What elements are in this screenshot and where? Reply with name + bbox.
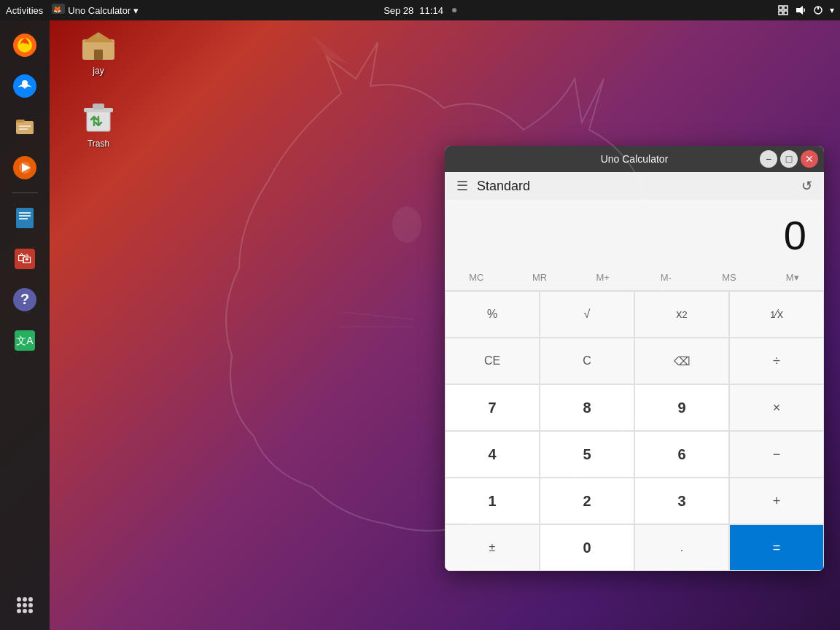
ms-button[interactable]: MS: [698, 265, 761, 290]
taskbar-help[interactable]: ?: [7, 282, 42, 317]
calculator-display: 0: [445, 200, 824, 265]
time-display: 11:14: [419, 5, 443, 16]
clear-button[interactable]: C: [540, 338, 634, 384]
power-icon[interactable]: [812, 4, 824, 16]
close-button[interactable]: ✕: [801, 150, 818, 168]
calculator-header: ☰ Standard ↺: [445, 172, 824, 200]
svg-point-36: [17, 609, 21, 613]
svg-text:🛍: 🛍: [18, 250, 32, 266]
window-controls: − □ ✕: [760, 150, 818, 168]
equals-button[interactable]: =: [729, 524, 824, 571]
svg-rect-5: [784, 11, 788, 15]
svg-rect-23: [19, 218, 28, 219]
home-icon-label: jay: [93, 66, 104, 76]
eight-button[interactable]: 8: [540, 384, 634, 431]
taskbar-bottom: [7, 586, 42, 630]
taskbar-separator-1: [12, 192, 38, 193]
svg-point-35: [28, 603, 33, 607]
svg-rect-14: [16, 120, 25, 122]
svg-point-37: [23, 609, 27, 613]
activities-button[interactable]: Activities: [6, 5, 43, 16]
desktop-icon-trash[interactable]: Trash: [69, 101, 128, 149]
system-menu-arrow[interactable]: ▾: [830, 5, 834, 15]
taskbar-files[interactable]: [7, 109, 42, 144]
decimal-button[interactable]: .: [634, 524, 729, 571]
svg-point-32: [28, 597, 33, 602]
reciprocal-button[interactable]: 1⁄x: [729, 291, 824, 338]
mc-button[interactable]: MC: [445, 265, 508, 290]
mminus-button[interactable]: M-: [634, 265, 698, 290]
svg-point-46: [392, 206, 421, 243]
topbar-center: Sep 28 11:14: [384, 5, 456, 16]
svg-rect-45: [93, 104, 104, 109]
topbar-right: ▾: [777, 4, 834, 16]
nine-button[interactable]: 9: [634, 384, 729, 431]
taskbar-writer[interactable]: [7, 201, 42, 236]
minus-button[interactable]: −: [729, 431, 824, 478]
network-icon[interactable]: [777, 4, 789, 16]
three-button[interactable]: 3: [634, 478, 729, 524]
app-menu[interactable]: 🦊 Uno Calculator ▾: [52, 4, 139, 17]
svg-rect-15: [19, 125, 31, 127]
ce-button[interactable]: CE: [445, 338, 540, 384]
taskbar-rhythmbox[interactable]: [7, 150, 42, 185]
svg-point-38: [28, 609, 33, 613]
app-dropdown-icon[interactable]: ▾: [133, 5, 139, 16]
taskbar-translation[interactable]: 文A: [7, 323, 42, 358]
svg-point-30: [17, 597, 21, 602]
svg-text:文A: 文A: [16, 335, 34, 346]
taskbar-thunderbird[interactable]: [7, 69, 42, 104]
menu-button[interactable]: ☰: [456, 178, 468, 194]
svg-rect-21: [19, 212, 31, 214]
six-button[interactable]: 6: [634, 431, 729, 478]
svg-text:?: ?: [20, 291, 29, 307]
two-button[interactable]: 2: [540, 478, 634, 524]
svg-rect-2: [779, 6, 782, 9]
svg-text:🦊: 🦊: [53, 5, 62, 14]
four-button[interactable]: 4: [445, 431, 540, 478]
desktop-icon-home[interactable]: jay: [69, 28, 128, 76]
calculator-titlebar: Uno Calculator − □ ✕: [445, 146, 824, 172]
taskbar-app-grid[interactable]: [7, 588, 42, 623]
plusminus-button[interactable]: ±: [445, 524, 540, 571]
minimize-button[interactable]: −: [760, 150, 777, 168]
memory-row: MC MR M+ M- MS M▾: [445, 265, 824, 291]
svg-rect-13: [16, 121, 34, 134]
mplus-button[interactable]: M+: [571, 265, 634, 290]
one-button[interactable]: 1: [445, 478, 540, 524]
svg-rect-16: [19, 128, 28, 130]
svg-marker-6: [796, 6, 803, 15]
home-folder-icon: [81, 28, 116, 63]
svg-point-31: [23, 597, 27, 602]
seven-button[interactable]: 7: [445, 384, 540, 431]
history-button[interactable]: ↺: [801, 178, 812, 194]
multiply-button[interactable]: ×: [729, 384, 824, 431]
svg-marker-42: [97, 34, 100, 38]
sqrt-button[interactable]: √: [540, 291, 634, 338]
zero-button[interactable]: 0: [540, 524, 634, 571]
square-button[interactable]: x2: [634, 291, 729, 338]
taskbar-app-center[interactable]: 🛍: [7, 241, 42, 276]
taskbar: 🛍 ? 文A: [0, 20, 50, 630]
trash-icon: [81, 101, 116, 136]
mr-button[interactable]: MR: [508, 265, 572, 290]
svg-point-12: [22, 80, 28, 86]
display-value: 0: [784, 211, 806, 259]
svg-rect-3: [784, 6, 788, 9]
percent-button[interactable]: %: [445, 291, 540, 338]
mdown-button[interactable]: M▾: [761, 265, 824, 290]
volume-icon[interactable]: [795, 4, 806, 16]
firefox-small-icon: 🦊: [52, 4, 65, 17]
plus-button[interactable]: +: [729, 478, 824, 524]
backspace-button[interactable]: ⌫: [634, 338, 729, 384]
trash-icon-label: Trash: [88, 139, 109, 149]
calculator-grid: % √ x2 1⁄x CE C ⌫ ÷ 7 8 9 × 4 5 6 − 1 2 …: [445, 291, 824, 571]
calculator-window: Uno Calculator − □ ✕ ☰ Standard ↺ 0 MC M…: [445, 146, 824, 571]
notification-dot: [452, 8, 456, 12]
topbar: Activities 🦊 Uno Calculator ▾ Sep 28 11:…: [0, 0, 840, 20]
calculator-title: Uno Calculator: [509, 153, 760, 165]
divide-button[interactable]: ÷: [729, 338, 824, 384]
maximize-button[interactable]: □: [780, 150, 798, 168]
taskbar-firefox[interactable]: [7, 28, 42, 63]
five-button[interactable]: 5: [540, 431, 634, 478]
